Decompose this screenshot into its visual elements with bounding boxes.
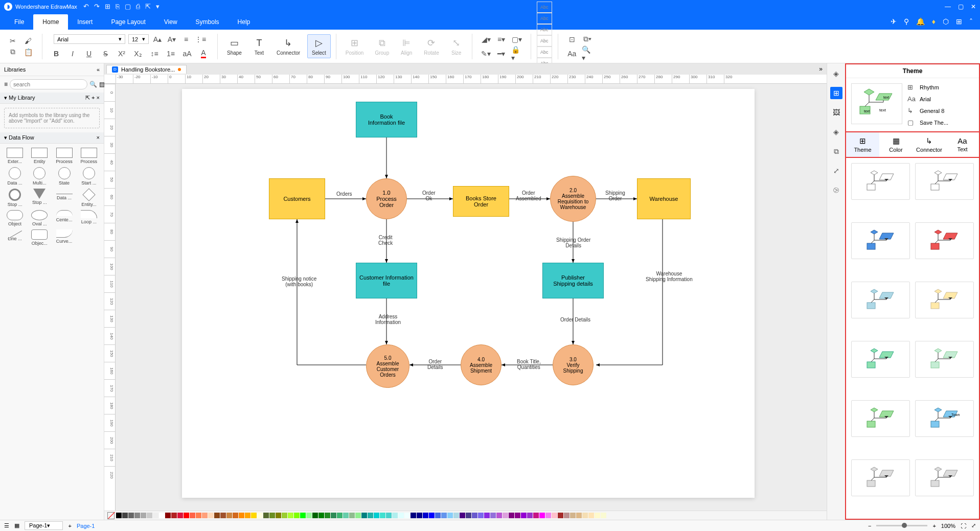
color-swatch[interactable] (147, 513, 152, 518)
shape-multi[interactable]: Multi... (29, 167, 50, 186)
theme-card[interactable] (851, 163, 910, 200)
diamond-nav-icon[interactable]: ◈ (830, 67, 842, 80)
color-swatch[interactable] (141, 513, 146, 518)
underline-icon[interactable]: U (83, 48, 95, 59)
zoom-out-icon[interactable]: − (868, 523, 871, 529)
color-swatch[interactable] (576, 513, 582, 518)
undo-icon[interactable]: ↶ (83, 3, 89, 10)
paste-icon[interactable]: 📋 (22, 47, 34, 58)
crop-icon[interactable]: ⧉▾ (582, 34, 593, 45)
theme-tab-color[interactable]: ▦Color (879, 132, 913, 157)
color-swatch[interactable] (380, 513, 385, 518)
color-swatch[interactable] (269, 513, 275, 518)
strike-icon[interactable]: S̶ (100, 48, 111, 59)
arrange-nav-icon[interactable]: ⧉ (830, 145, 842, 157)
color-swatch[interactable] (386, 513, 392, 518)
theme-save[interactable]: Save The... (920, 120, 948, 126)
color-swatch[interactable] (306, 513, 312, 518)
theme-card[interactable] (851, 341, 910, 378)
color-swatch[interactable] (318, 513, 324, 518)
color-swatch[interactable] (355, 513, 361, 518)
fill-icon[interactable]: ◢▾ (481, 34, 492, 45)
color-swatch[interactable] (453, 513, 459, 518)
color-swatch[interactable] (484, 513, 490, 518)
shape-oval[interactable]: Oval ... (29, 210, 50, 226)
node-verify-3[interactable]: 3.0 Verify Shipping (553, 344, 594, 385)
superscript-icon[interactable]: X² (116, 48, 127, 59)
shape-data2[interactable]: Data ... (54, 189, 75, 207)
line-style-icon[interactable]: ≡▾ (496, 34, 507, 45)
color-swatch[interactable] (392, 513, 398, 518)
color-swatch[interactable] (159, 513, 165, 518)
fontcolor-icon[interactable]: A (198, 48, 209, 59)
same-width-icon[interactable]: ⊡ (566, 34, 578, 45)
search-prefix-icon[interactable]: ≡ (4, 81, 8, 88)
color-swatch[interactable] (496, 513, 502, 518)
color-swatch[interactable] (460, 513, 465, 518)
node-assemble-4[interactable]: 4.0 Assemble Shipment (461, 344, 502, 385)
color-swatch[interactable] (447, 513, 453, 518)
color-swatch[interactable] (349, 513, 355, 518)
import-icon[interactable]: ⇱ (85, 95, 90, 101)
color-swatch[interactable] (276, 513, 281, 518)
shape-center[interactable]: Cente... (54, 210, 75, 226)
expand-nav-icon[interactable]: ⤢ (830, 165, 842, 177)
color-swatch[interactable] (503, 513, 508, 518)
shape-stop[interactable]: Stop ... (4, 189, 26, 207)
menu-insert[interactable]: Insert (68, 14, 102, 30)
linespacing-icon[interactable]: ↕≡ (149, 48, 160, 59)
shape-objec[interactable]: Objec... (29, 229, 50, 246)
color-swatch[interactable] (417, 513, 422, 518)
color-swatch[interactable] (521, 513, 527, 518)
case-icon[interactable]: aA (181, 48, 193, 59)
premium-icon[interactable]: ♦ (932, 17, 936, 26)
color-swatch[interactable] (570, 513, 576, 518)
cut-icon[interactable]: ✂ (7, 35, 18, 47)
style-swatch[interactable]: Abc (537, 24, 552, 35)
outline-icon[interactable]: ☰ (4, 522, 9, 529)
color-swatch[interactable] (533, 513, 539, 518)
shape-entity[interactable]: Entity (29, 148, 50, 164)
maximize-icon[interactable]: ▢ (958, 3, 964, 10)
node-assemble-2[interactable]: 2.0 Assemble Requisition to Warehouse (550, 176, 596, 222)
zoom-slider[interactable] (876, 525, 927, 526)
menu-symbols[interactable]: Symbols (187, 14, 229, 30)
shape-loop[interactable]: Loop ... (78, 210, 100, 226)
shape-process2[interactable]: Process (78, 148, 100, 164)
subscript-icon[interactable]: X₂ (132, 48, 144, 59)
gift-icon[interactable]: ⬡ (943, 17, 949, 26)
collapse-library-icon[interactable]: « (97, 66, 100, 73)
color-swatch[interactable] (153, 513, 158, 518)
color-swatch[interactable] (263, 513, 269, 518)
color-swatch[interactable] (398, 513, 404, 518)
numbered-icon[interactable]: 1≡ (165, 48, 176, 59)
color-swatch[interactable] (490, 513, 496, 518)
style-swatch[interactable]: Abc (537, 35, 552, 47)
theme-card[interactable] (851, 459, 910, 496)
color-swatch[interactable] (466, 513, 471, 518)
align-text-icon[interactable]: ≡ (180, 34, 192, 45)
find-icon[interactable]: 🔍▾ (582, 48, 593, 59)
shape-object[interactable]: Object (4, 210, 26, 226)
color-swatch[interactable] (134, 513, 140, 518)
apps-icon[interactable]: ⊞ (956, 17, 962, 26)
connector-tool[interactable]: ↳Connector (272, 35, 304, 58)
style-swatch[interactable]: Abc (537, 47, 552, 58)
color-swatch[interactable] (196, 513, 201, 518)
shape-curve[interactable]: Curve... (54, 229, 75, 246)
color-swatch[interactable] (337, 513, 343, 518)
close-icon[interactable]: ✕ (971, 3, 976, 10)
theme-card[interactable] (851, 222, 910, 259)
font-selector[interactable]: Arial▾ (54, 34, 125, 44)
color-swatch[interactable] (116, 513, 122, 518)
node-bookstore-order[interactable]: Books Store Order (453, 186, 509, 217)
color-swatch[interactable] (226, 513, 232, 518)
color-swatch[interactable] (435, 513, 441, 518)
format-painter-icon[interactable]: 🖌 (22, 35, 34, 47)
theme-card[interactable] (915, 222, 974, 259)
node-customers[interactable]: Customers (269, 178, 325, 219)
color-swatch[interactable] (165, 513, 171, 518)
color-swatch[interactable] (423, 513, 428, 518)
color-swatch[interactable] (288, 513, 293, 518)
new-icon[interactable]: ⊞ (105, 3, 110, 10)
